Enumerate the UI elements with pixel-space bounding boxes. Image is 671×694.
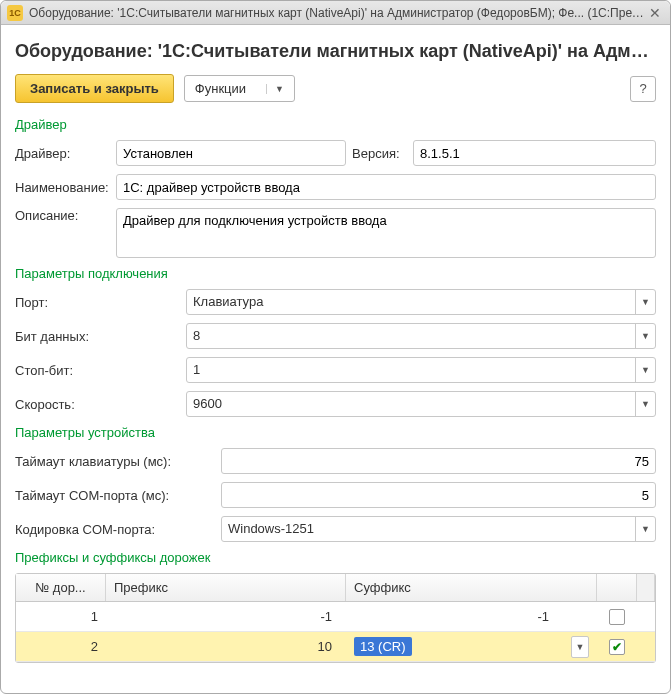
cell-suffix[interactable]: 13 (CR) ▼ bbox=[346, 632, 597, 662]
stopbit-select[interactable]: 1 ▼ bbox=[186, 357, 656, 383]
help-button[interactable]: ? bbox=[630, 76, 656, 102]
port-value: Клавиатура bbox=[187, 290, 635, 314]
com-encoding-label: Кодировка COM-порта: bbox=[15, 522, 215, 537]
cell-num: 2 bbox=[16, 635, 106, 658]
window-titlebar: 1C Оборудование: '1С:Считыватели магнитн… bbox=[1, 1, 670, 25]
chevron-down-icon[interactable]: ▼ bbox=[635, 392, 655, 416]
section-tracks-title: Префиксы и суффиксы дорожек bbox=[15, 550, 656, 565]
speed-select[interactable]: 9600 ▼ bbox=[186, 391, 656, 417]
speed-value: 9600 bbox=[187, 392, 635, 416]
com-encoding-select[interactable]: Windows-1251 ▼ bbox=[221, 516, 656, 542]
stopbit-label: Стоп-бит: bbox=[15, 363, 180, 378]
cell-num: 1 bbox=[16, 605, 106, 628]
window-title: Оборудование: '1С:Считыватели магнитных … bbox=[29, 6, 646, 20]
col-checkbox bbox=[597, 574, 637, 601]
section-driver-title: Драйвер bbox=[15, 117, 656, 132]
tracks-table: № дор... Префикс Суффикс 1 -1 -1 2 10 13… bbox=[15, 573, 656, 663]
col-suffix[interactable]: Суффикс bbox=[346, 574, 597, 601]
chevron-down-icon[interactable]: ▼ bbox=[635, 358, 655, 382]
checkbox-icon[interactable] bbox=[609, 639, 625, 655]
scrollbar-gutter bbox=[637, 574, 655, 601]
com-encoding-value: Windows-1251 bbox=[222, 517, 635, 541]
stopbit-value: 1 bbox=[187, 358, 635, 382]
section-connection-title: Параметры подключения bbox=[15, 266, 656, 281]
table-row[interactable]: 2 10 13 (CR) ▼ bbox=[16, 632, 655, 662]
port-select[interactable]: Клавиатура ▼ bbox=[186, 289, 656, 315]
table-row[interactable]: 1 -1 -1 bbox=[16, 602, 655, 632]
databits-select[interactable]: 8 ▼ bbox=[186, 323, 656, 349]
driver-label: Драйвер: bbox=[15, 146, 110, 161]
port-label: Порт: bbox=[15, 295, 180, 310]
cell-checkbox[interactable] bbox=[597, 605, 637, 629]
cell-suffix: -1 bbox=[346, 605, 597, 628]
description-field[interactable]: Драйвер для подключения устройств ввода bbox=[116, 208, 656, 258]
version-field[interactable] bbox=[413, 140, 656, 166]
chevron-down-icon[interactable]: ▼ bbox=[635, 324, 655, 348]
col-num[interactable]: № дор... bbox=[16, 574, 106, 601]
com-timeout-field[interactable] bbox=[221, 482, 656, 508]
chevron-down-icon: ▼ bbox=[266, 84, 284, 94]
chevron-down-icon[interactable]: ▼ bbox=[635, 290, 655, 314]
cell-prefix: -1 bbox=[106, 605, 346, 628]
section-device-title: Параметры устройства bbox=[15, 425, 656, 440]
description-label: Описание: bbox=[15, 208, 110, 223]
save-and-close-button[interactable]: Записать и закрыть bbox=[15, 74, 174, 103]
databits-value: 8 bbox=[187, 324, 635, 348]
app-icon: 1C bbox=[7, 5, 23, 21]
table-header: № дор... Префикс Суффикс bbox=[16, 574, 655, 602]
cell-prefix: 10 bbox=[106, 635, 346, 658]
speed-label: Скорость: bbox=[15, 397, 180, 412]
chevron-down-icon[interactable]: ▼ bbox=[635, 517, 655, 541]
toolbar: Записать и закрыть Функции ▼ ? bbox=[15, 74, 656, 103]
kb-timeout-field[interactable] bbox=[221, 448, 656, 474]
functions-dropdown[interactable]: Функции ▼ bbox=[184, 75, 295, 102]
page-title: Оборудование: '1С:Считыватели магнитных … bbox=[15, 41, 656, 62]
suffix-selected-value: 13 (CR) bbox=[354, 637, 412, 656]
checkbox-icon[interactable] bbox=[609, 609, 625, 625]
close-icon[interactable]: ✕ bbox=[646, 4, 664, 22]
functions-label: Функции bbox=[195, 81, 246, 96]
cell-checkbox[interactable] bbox=[597, 635, 637, 659]
col-prefix[interactable]: Префикс bbox=[106, 574, 346, 601]
databits-label: Бит данных: bbox=[15, 329, 180, 344]
kb-timeout-label: Таймаут клавиатуры (мс): bbox=[15, 454, 215, 469]
version-label: Версия: bbox=[352, 146, 407, 161]
name-label: Наименование: bbox=[15, 180, 110, 195]
name-field[interactable] bbox=[116, 174, 656, 200]
driver-status-field[interactable] bbox=[116, 140, 346, 166]
com-timeout-label: Таймаут COM-порта (мс): bbox=[15, 488, 215, 503]
chevron-down-icon[interactable]: ▼ bbox=[571, 636, 589, 658]
